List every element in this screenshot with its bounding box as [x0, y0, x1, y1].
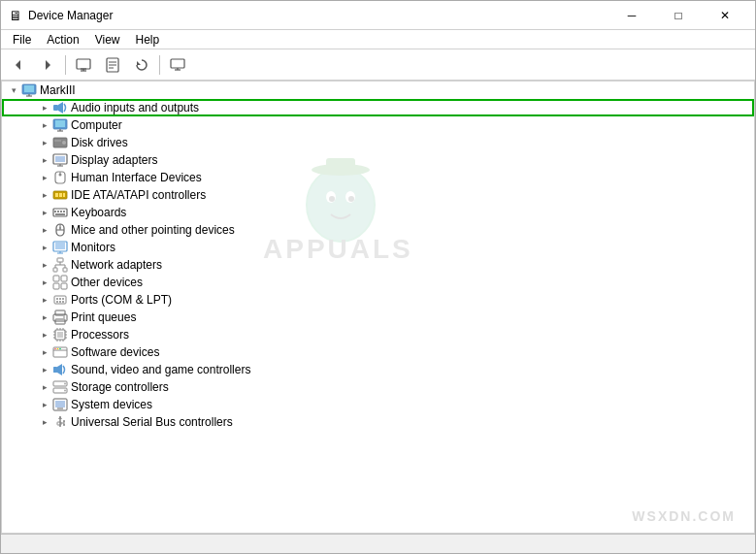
mice-label: Mice and other pointing devices [71, 223, 235, 237]
window-title: Device Manager [28, 9, 113, 22]
computer-label: Computer [71, 118, 122, 132]
menu-action[interactable]: Action [39, 30, 86, 49]
audio-icon [52, 100, 68, 115]
expand-markiii[interactable]: ▾ [6, 82, 21, 98]
svg-rect-41 [60, 211, 62, 212]
svg-point-107 [63, 424, 65, 426]
tree-item-software[interactable]: ▸ Software devices [2, 343, 754, 361]
svg-rect-40 [57, 211, 59, 212]
ports-icon [52, 292, 68, 308]
monitor-icon [170, 57, 185, 73]
title-bar-controls: ─ □ ✕ [609, 1, 747, 30]
expand-monitors[interactable]: ▸ [37, 240, 52, 255]
monitor-tree-icon [52, 240, 68, 255]
expand-network[interactable]: ▸ [37, 257, 52, 273]
properties-icon [105, 57, 120, 73]
mouse-icon [52, 222, 68, 238]
tree-item-network[interactable]: ▸ Network adapters [2, 256, 754, 274]
menu-help[interactable]: Help [128, 30, 168, 49]
expand-ide[interactable]: ▸ [37, 187, 52, 203]
svg-marker-103 [58, 416, 62, 419]
expand-usb[interactable]: ▸ [37, 414, 52, 430]
menu-bar: File Action View Help [1, 30, 755, 49]
expand-system[interactable]: ▸ [37, 397, 52, 412]
tree-item-keyboards[interactable]: ▸ Keyboards [2, 204, 754, 221]
expand-software[interactable]: ▸ [37, 344, 52, 360]
svg-rect-35 [55, 193, 58, 197]
svg-point-91 [57, 348, 59, 350]
tree-item-sound[interactable]: ▸ Sound, video and game controllers [2, 361, 754, 378]
expand-mice[interactable]: ▸ [37, 222, 52, 238]
toolbar-separator-2 [159, 55, 160, 75]
svg-rect-36 [59, 193, 62, 197]
expand-disk[interactable]: ▸ [37, 135, 52, 150]
svg-rect-59 [53, 276, 59, 281]
tree-item-monitors[interactable]: ▸ Monitors [2, 239, 754, 256]
expand-print[interactable]: ▸ [37, 310, 52, 325]
tree-item-audio[interactable]: ▸ Audio inputs and outputs [2, 99, 754, 116]
software-icon [52, 344, 68, 360]
tree-view[interactable]: ▾ MarkIII ▸ Audio inp [1, 81, 755, 534]
menu-file[interactable]: File [5, 30, 39, 49]
expand-other[interactable]: ▸ [37, 275, 52, 290]
network-label: Network adapters [71, 258, 162, 272]
app-icon: 🖥 [9, 8, 22, 23]
svg-marker-19 [58, 102, 63, 114]
computer-icon [76, 57, 91, 73]
tree-item-display[interactable]: ▸ Display adapters [2, 151, 754, 169]
tree-item-mice[interactable]: ▸ Mice and other pointing devices [2, 221, 754, 239]
tree-root-markiii[interactable]: ▾ MarkIII [2, 81, 754, 99]
expand-audio[interactable]: ▸ [37, 100, 52, 115]
tree-item-print[interactable]: ▸ Print queues [2, 309, 754, 326]
expand-processors[interactable]: ▸ [37, 327, 52, 342]
svg-rect-42 [63, 211, 65, 212]
menu-view[interactable]: View [87, 30, 128, 49]
tree-item-storage[interactable]: ▸ Storage controllers [2, 378, 754, 396]
expand-storage[interactable]: ▸ [37, 379, 52, 395]
svg-point-73 [63, 316, 65, 318]
keyboards-label: Keyboards [71, 206, 126, 219]
ide-label: IDE ATA/ATAPI controllers [71, 188, 206, 202]
back-button[interactable] [5, 52, 32, 78]
usb-label: Universal Serial Bus controllers [71, 415, 233, 429]
expand-sound[interactable]: ▸ [37, 362, 52, 377]
tree-item-system[interactable]: ▸ System devices [2, 396, 754, 413]
tree-item-usb[interactable]: ▸ Universal Serial Bus controllers [2, 413, 754, 431]
minimize-button[interactable]: ─ [609, 1, 654, 30]
tree-item-disk[interactable]: ▸ Disk drives [2, 134, 754, 151]
svg-point-90 [54, 348, 56, 350]
svg-rect-62 [61, 283, 67, 289]
svg-point-47 [59, 227, 61, 229]
svg-rect-39 [54, 211, 56, 212]
expand-display[interactable]: ▸ [37, 152, 52, 168]
expand-ports[interactable]: ▸ [37, 292, 52, 308]
back-icon [12, 58, 25, 72]
svg-marker-10 [137, 61, 141, 65]
svg-marker-1 [46, 60, 50, 70]
display-icon [52, 152, 68, 168]
svg-rect-53 [53, 268, 57, 272]
maximize-button[interactable]: □ [656, 1, 701, 30]
forward-button[interactable] [34, 52, 61, 78]
tree-item-hid[interactable]: ▸ Human Interface Devices [2, 169, 754, 186]
tree-item-processors[interactable]: ▸ Proces [2, 326, 754, 343]
printer-icon [52, 310, 68, 325]
tree-item-ports[interactable]: ▸ Ports (COM & LPT) [2, 291, 754, 309]
svg-point-68 [59, 301, 61, 303]
expand-hid[interactable]: ▸ [37, 170, 52, 185]
svg-point-65 [59, 298, 61, 300]
computer-button[interactable] [70, 52, 97, 78]
properties-button[interactable] [99, 52, 126, 78]
monitor-button[interactable] [164, 52, 191, 78]
expand-computer[interactable]: ▸ [37, 117, 52, 133]
svg-point-106 [63, 420, 65, 422]
title-bar-left: 🖥 Device Manager [9, 8, 113, 23]
refresh-button[interactable] [128, 52, 155, 78]
other-icon [52, 275, 68, 290]
tree-item-other[interactable]: ▸ Other devices [2, 274, 754, 291]
processors-label: Processors [71, 328, 129, 342]
tree-item-computer[interactable]: ▸ Computer [2, 116, 754, 134]
close-button[interactable]: ✕ [703, 1, 747, 30]
expand-keyboards[interactable]: ▸ [37, 205, 52, 220]
tree-item-ide[interactable]: ▸ IDE ATA/ATAPI controllers [2, 186, 754, 204]
